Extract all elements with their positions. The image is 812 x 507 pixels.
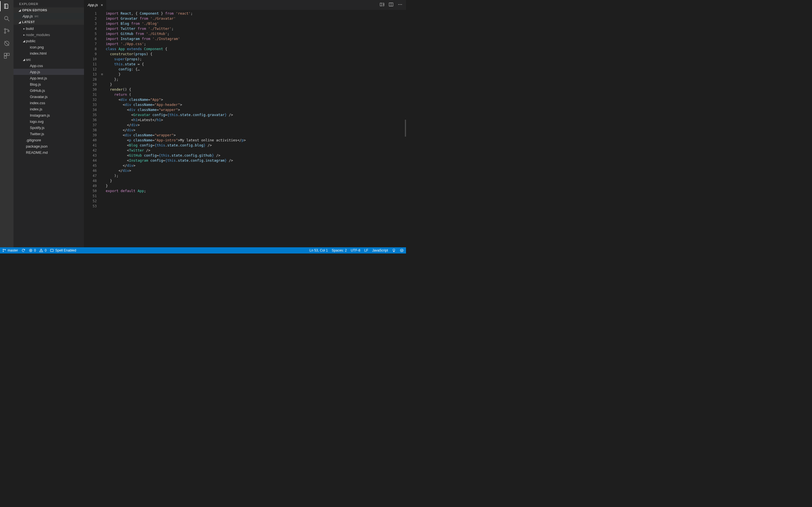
errors-value: 0 xyxy=(34,248,36,252)
spell-label: Spell Enabled xyxy=(55,248,76,252)
svg-point-17 xyxy=(3,251,3,251)
project-header[interactable]: ◢ LATEST xyxy=(13,19,84,25)
project-label: LATEST xyxy=(22,20,35,24)
file-package-json[interactable]: package.json xyxy=(13,143,84,149)
language-mode[interactable]: JavaScript xyxy=(372,248,388,252)
tree-item-label: Spotify.js xyxy=(30,126,45,130)
code-content[interactable]: import React, { Component } from 'react'… xyxy=(105,10,406,247)
file-blog-js[interactable]: Blog.js xyxy=(13,81,84,87)
file-index-html[interactable]: index.html xyxy=(13,50,84,56)
folder-public[interactable]: ◢public xyxy=(13,38,84,44)
chevron-right-icon: ▸ xyxy=(22,33,26,36)
activity-bar xyxy=(0,0,13,247)
tree-item-label: icon.png xyxy=(30,45,44,49)
svg-point-3 xyxy=(4,32,6,34)
tree-item-label: build xyxy=(26,26,34,31)
workbench: EXPLORER ◢ OPEN EDITORS App.js src ◢ LAT… xyxy=(0,0,406,247)
open-editors-label: OPEN EDITORS xyxy=(22,8,47,12)
tree-item-label: index.js xyxy=(30,107,42,111)
open-editor-item[interactable]: App.js src xyxy=(13,13,84,19)
tree-item-label: Twitter.js xyxy=(30,132,44,136)
folder-node-modules[interactable]: ▸node_modules xyxy=(13,32,84,38)
file-logo-svg[interactable]: logo.svg xyxy=(13,118,84,124)
extensions-icon[interactable] xyxy=(3,52,11,60)
svg-point-13 xyxy=(398,4,399,5)
tree-item-label: index.html xyxy=(30,51,47,55)
file-gravatar-js[interactable]: Gravatar.js xyxy=(13,94,84,100)
git-branch[interactable]: master xyxy=(2,248,18,252)
editor-actions xyxy=(379,0,406,10)
errors-count[interactable]: 0 xyxy=(29,248,36,252)
tree-item-label: index.css xyxy=(30,101,45,105)
svg-point-0 xyxy=(4,16,8,20)
tree-item-label: node_modules xyxy=(26,33,50,37)
tree-item-label: src xyxy=(26,57,31,62)
explorer-icon[interactable] xyxy=(3,2,11,10)
debug-icon[interactable] xyxy=(3,40,11,47)
file-github-js[interactable]: GitHub.js xyxy=(13,87,84,94)
svg-rect-9 xyxy=(4,56,6,58)
file-index-css[interactable]: index.css xyxy=(13,100,84,106)
tree-item-label: App.css xyxy=(30,64,43,68)
explorer-sidebar: EXPLORER ◢ OPEN EDITORS App.js src ◢ LAT… xyxy=(13,0,84,247)
feedback-bulb-icon[interactable] xyxy=(392,248,396,252)
editor-area: App.js × 1234567891011121328293031323334… xyxy=(84,0,406,247)
indentation[interactable]: Spaces: 2 xyxy=(332,248,347,252)
folder-src[interactable]: ◢src xyxy=(13,56,84,62)
code-editor[interactable]: 1234567891011121328293031323334353637383… xyxy=(84,10,406,247)
svg-rect-10 xyxy=(380,3,382,6)
search-icon[interactable] xyxy=(3,15,11,22)
svg-point-2 xyxy=(4,29,6,30)
tab-app-js[interactable]: App.js × xyxy=(84,0,107,10)
close-icon[interactable]: × xyxy=(101,3,103,7)
tree-item-label: README.md xyxy=(26,151,48,155)
file-spotify-js[interactable]: Spotify.js xyxy=(13,124,84,131)
chevron-down-icon: ◢ xyxy=(18,20,21,24)
svg-rect-24 xyxy=(50,249,54,251)
tree-item-label: .gitignore xyxy=(26,138,41,142)
source-control-icon[interactable] xyxy=(3,27,11,35)
svg-line-1 xyxy=(8,19,9,21)
tab-label: App.js xyxy=(88,3,98,7)
tree-item-label: App.test.js xyxy=(30,76,47,80)
sidebar-title: EXPLORER xyxy=(13,0,84,7)
git-sync-icon[interactable] xyxy=(21,248,26,252)
file--gitignore[interactable]: .gitignore xyxy=(13,137,84,143)
file-app-css[interactable]: App.css xyxy=(13,62,84,69)
branch-name: master xyxy=(8,248,18,252)
tree-item-label: logo.svg xyxy=(30,119,43,124)
file-app-test-js[interactable]: App.test.js xyxy=(13,75,84,81)
tree-item-label: App.js xyxy=(30,70,40,74)
warnings-count[interactable]: 0 xyxy=(39,248,47,252)
eol[interactable]: LF xyxy=(364,248,368,252)
line-gutter: 1234567891011121328293031323334353637383… xyxy=(84,10,101,247)
feedback-smile-icon[interactable] xyxy=(400,248,404,252)
chevron-down-icon: ◢ xyxy=(22,40,26,43)
open-editor-filename: App.js xyxy=(22,14,33,18)
fold-column: ⊞ xyxy=(101,10,105,247)
file-index-js[interactable]: index.js xyxy=(13,106,84,112)
file-readme-md[interactable]: README.md xyxy=(13,149,84,156)
file-app-js[interactable]: App.js xyxy=(13,69,84,75)
cursor-position[interactable]: Ln 53, Col 1 xyxy=(310,248,328,252)
file-instagram-js[interactable]: Instagram.js xyxy=(13,112,84,118)
fold-expand-icon[interactable]: ⊞ xyxy=(101,72,105,77)
tree-item-label: Blog.js xyxy=(30,82,41,87)
encoding[interactable]: UTF-8 xyxy=(351,248,360,252)
split-editor-icon[interactable] xyxy=(389,2,394,8)
tree-item-label: package.json xyxy=(26,144,48,149)
compare-changes-icon[interactable] xyxy=(379,2,385,8)
svg-point-14 xyxy=(400,4,400,5)
tab-bar: App.js × xyxy=(84,0,406,10)
svg-point-26 xyxy=(401,250,402,250)
more-icon[interactable] xyxy=(398,2,403,8)
open-editors-header[interactable]: ◢ OPEN EDITORS xyxy=(13,7,84,13)
chevron-down-icon: ◢ xyxy=(22,58,26,61)
minimap-scroll-indicator[interactable] xyxy=(405,120,406,136)
spell-check[interactable]: Spell Enabled xyxy=(50,248,76,252)
file-tree: ▸build▸node_modules◢publicicon.pngindex.… xyxy=(13,25,84,156)
file-icon-png[interactable]: icon.png xyxy=(13,44,84,50)
file-twitter-js[interactable]: Twitter.js xyxy=(13,131,84,137)
svg-point-4 xyxy=(8,31,9,32)
folder-build[interactable]: ▸build xyxy=(13,25,84,32)
